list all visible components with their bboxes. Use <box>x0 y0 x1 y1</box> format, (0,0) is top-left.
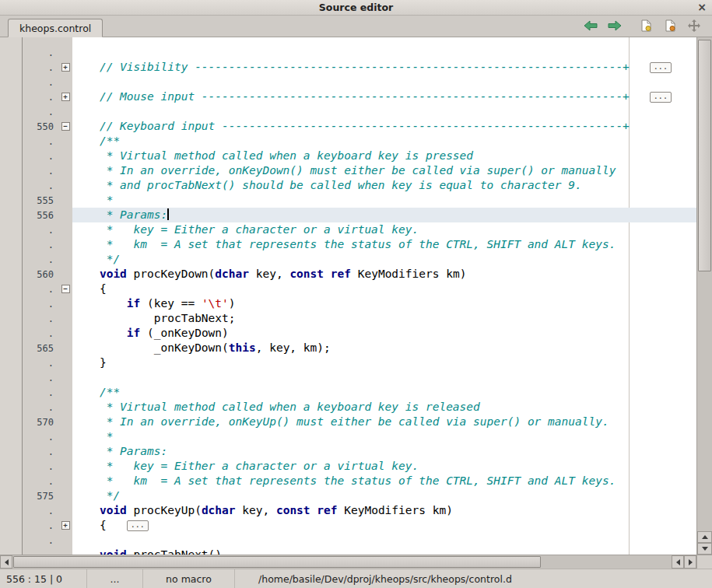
code-line[interactable]: . procTabNext; <box>23 311 696 326</box>
code-text: */ <box>72 488 696 503</box>
tab-label: kheops.control <box>19 23 91 34</box>
code-line[interactable]: 560 void procKeyDown(dchar key, const re… <box>23 267 696 282</box>
folded-block-button[interactable]: ... <box>650 62 672 73</box>
code-line[interactable]: . * km = A set that represents the statu… <box>23 237 696 252</box>
fold-expand-icon[interactable]: + <box>61 63 70 72</box>
code-editor[interactable]: ..+ // Visibility ----------------------… <box>22 37 696 555</box>
code-line[interactable]: . <box>23 533 696 548</box>
code-line[interactable]: . <box>23 45 696 60</box>
gutter-dot: . <box>23 47 58 58</box>
save-document-as-icon[interactable] <box>663 19 677 32</box>
code-line[interactable]: . * In an override, onKeyDown() must eit… <box>23 163 696 178</box>
code-line[interactable]: 575 */ <box>23 488 696 503</box>
code-line[interactable]: . /** <box>23 385 696 400</box>
code-line[interactable]: .+ // Mouse input ----------------------… <box>23 89 696 104</box>
code-line[interactable]: . void procKeyUp(dchar key, const ref Ke… <box>23 503 696 518</box>
code-line[interactable]: . <box>23 104 696 119</box>
scroll-left-button-secondary[interactable] <box>672 555 684 569</box>
window-margin <box>0 37 22 555</box>
go-back-icon[interactable] <box>584 19 598 32</box>
fold-column: + <box>58 93 72 101</box>
source-editor-window: Source editor × kheops.control <box>0 0 712 588</box>
gutter-dot: . <box>23 373 58 383</box>
code-line[interactable]: . if (key == '\t') <box>23 296 696 311</box>
code-text: * Params: <box>72 208 696 222</box>
code-line[interactable]: . } <box>23 355 696 370</box>
fold-column: − <box>58 122 72 131</box>
code-text: * and procTabNext() should be called whe… <box>72 178 696 193</box>
code-line[interactable]: . <box>23 75 696 89</box>
gutter-line-number: 555 <box>23 195 58 206</box>
fold-expand-icon[interactable]: + <box>61 521 70 530</box>
fold-collapse-icon[interactable]: − <box>61 285 70 293</box>
scroll-down-button[interactable] <box>697 543 712 555</box>
code-line[interactable]: . * and procTabNext() should be called w… <box>23 178 696 193</box>
code-line[interactable]: . * key = Either a character or a virtua… <box>23 459 696 474</box>
gutter-dot: . <box>23 520 58 531</box>
window-close-button[interactable]: × <box>697 1 707 13</box>
gutter-line-number: 570 <box>23 417 58 428</box>
code-line[interactable]: 565 _onKeyDown(this, key, km); <box>23 341 696 355</box>
gutter-line-number: 575 <box>23 491 58 502</box>
gutter-dot: . <box>23 461 58 472</box>
gutter-dot: . <box>23 77 58 88</box>
fold-expand-icon[interactable]: + <box>61 93 70 101</box>
code-line[interactable]: .− { <box>23 282 696 296</box>
gutter-dot: . <box>23 107 58 117</box>
detach-editor-icon[interactable] <box>687 19 701 32</box>
vertical-scrollbar-trough[interactable] <box>697 37 712 531</box>
code-line[interactable]: .+ {... <box>23 518 696 533</box>
code-line[interactable]: 570 * In an override, onKeyUp() must eit… <box>23 415 696 429</box>
gutter-line-number: 550 <box>23 121 58 132</box>
fold-column: + <box>58 521 72 530</box>
right-arrow-icon <box>689 559 693 565</box>
code-line[interactable]: . /** <box>23 134 696 149</box>
horizontal-scrollbar[interactable] <box>0 555 696 569</box>
code-line[interactable]: . * Virtual method called when a keyboar… <box>23 149 696 163</box>
gutter-dot: . <box>23 240 58 250</box>
code-line[interactable]: . * Virtual method called when a keyboar… <box>23 400 696 415</box>
left-arrow-icon <box>676 559 680 565</box>
gutter-dot: . <box>23 402 58 413</box>
gutter-line-number: 560 <box>23 269 58 280</box>
code-line[interactable]: . */ <box>23 252 696 267</box>
gutter-dot: . <box>23 151 58 162</box>
folded-block-button[interactable]: ... <box>127 520 149 531</box>
vertical-scrollbar-thumb[interactable] <box>698 40 711 271</box>
code-line[interactable]: . <box>23 370 696 385</box>
code-line[interactable]: . * km = A set that represents the statu… <box>23 474 696 488</box>
fold-collapse-icon[interactable]: − <box>61 122 70 131</box>
save-document-icon[interactable] <box>639 19 653 32</box>
scroll-right-button[interactable] <box>684 555 696 569</box>
code-text: * key = Either a character or a virtual … <box>72 459 696 474</box>
scroll-left-button[interactable] <box>0 555 12 569</box>
code-line[interactable]: . * key = Either a character or a virtua… <box>23 222 696 237</box>
horizontal-scrollbar-thumb[interactable] <box>13 556 541 568</box>
code-text: {... <box>72 518 696 533</box>
code-text: _onKeyDown(this, key, km); <box>72 341 696 355</box>
code-line[interactable]: 556 * Params: <box>23 208 696 222</box>
code-line[interactable]: . * Params: <box>23 444 696 459</box>
gutter-dot: . <box>23 62 58 73</box>
code-text: if (_onKeyDown) <box>72 326 696 341</box>
gutter-dot: . <box>23 284 58 295</box>
code-line[interactable]: 550− // Keyboard input -----------------… <box>23 119 696 134</box>
code-line[interactable]: .+ // Visibility -----------------------… <box>23 60 696 75</box>
gutter-dot: . <box>23 358 58 369</box>
tab-kheops-control[interactable]: kheops.control <box>8 19 103 37</box>
scroll-up-button[interactable] <box>697 531 712 543</box>
code-line[interactable]: 555 * <box>23 193 696 208</box>
gutter-dot: . <box>23 299 58 310</box>
folded-block-button[interactable]: ... <box>650 92 672 103</box>
go-forward-icon[interactable] <box>608 19 622 32</box>
horizontal-scrollbar-trough[interactable] <box>12 555 672 569</box>
code-line[interactable]: . * <box>23 429 696 444</box>
code-text: * km = A set that represents the status … <box>72 474 696 488</box>
code-text: if (key == '\t') <box>72 296 696 311</box>
code-text: void procTabNext() <box>72 548 696 555</box>
up-arrow-icon <box>702 535 708 539</box>
code-line[interactable]: . if (_onKeyDown) <box>23 326 696 341</box>
code-text: { <box>72 282 696 296</box>
vertical-scrollbar[interactable] <box>696 37 712 555</box>
code-line[interactable]: . void procTabNext() <box>23 548 696 555</box>
